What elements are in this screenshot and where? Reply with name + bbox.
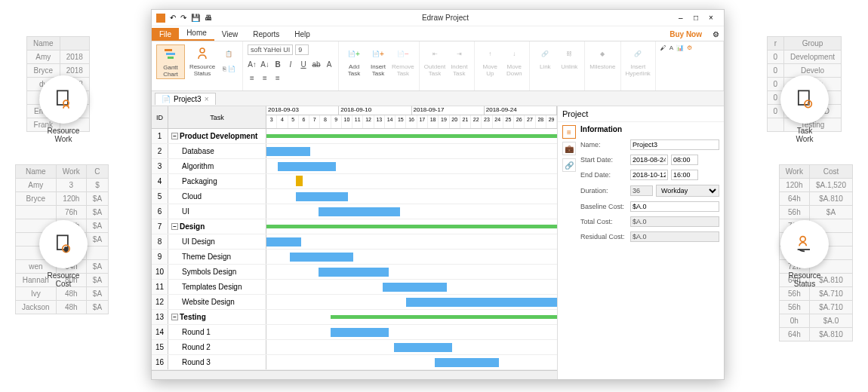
gantt-bar[interactable] xyxy=(331,315,557,319)
redo-icon[interactable]: ↷ xyxy=(180,14,186,23)
italic-button[interactable]: I xyxy=(286,60,295,69)
end-date-input[interactable] xyxy=(630,170,668,180)
task-row[interactable]: 15Round 2 xyxy=(152,340,557,355)
increase-font-button[interactable]: A↑ xyxy=(248,60,257,69)
font-color-icon[interactable]: A xyxy=(669,44,673,51)
bar-area[interactable] xyxy=(266,325,557,339)
menu-home[interactable]: Home xyxy=(179,26,214,41)
task-row[interactable]: 14Round 1 xyxy=(152,325,557,340)
task-name-cell[interactable]: Website Design xyxy=(168,295,266,309)
close-tab-icon[interactable]: × xyxy=(205,95,209,103)
task-name-cell[interactable]: Cloud xyxy=(168,189,266,204)
bar-area[interactable] xyxy=(266,280,557,294)
task-row[interactable]: 7−Design xyxy=(152,219,557,234)
column-header-task[interactable]: Task xyxy=(168,106,266,128)
gantt-bar[interactable] xyxy=(266,134,557,138)
gantt-body[interactable]: 1−Product Development2Database3Algorithm… xyxy=(152,129,557,370)
file-menu[interactable]: File xyxy=(152,28,179,41)
bar-area[interactable] xyxy=(266,129,557,143)
menu-help[interactable]: Help xyxy=(287,28,318,41)
task-row[interactable]: 2Database xyxy=(152,144,557,159)
task-row[interactable]: 10Symbols Design xyxy=(152,265,557,280)
duration-input[interactable] xyxy=(630,185,653,196)
link-button[interactable]: 🔗Link xyxy=(534,44,556,71)
gantt-bar[interactable] xyxy=(406,298,557,307)
buy-now-link[interactable]: Buy Now xyxy=(663,28,708,41)
paint-icon[interactable]: 🖌 xyxy=(660,44,666,51)
task-name-cell[interactable]: Round 1 xyxy=(168,325,266,339)
settings-icon[interactable]: ⚙ xyxy=(708,28,724,41)
link-tab-icon[interactable]: 🔗 xyxy=(562,158,576,172)
start-time-input[interactable] xyxy=(671,155,698,165)
bar-area[interactable] xyxy=(266,355,557,369)
hyperlink-button[interactable]: 🔗Insert Hyperlink xyxy=(626,44,651,78)
undo-icon[interactable]: ↶ xyxy=(170,14,176,23)
font-color-button[interactable]: A xyxy=(325,60,334,69)
indent-button[interactable]: ⇥Indent Task xyxy=(448,44,469,78)
briefcase-tab-icon[interactable]: 💼 xyxy=(562,142,576,155)
close-button[interactable]: × xyxy=(709,14,718,22)
menu-reports[interactable]: Reports xyxy=(245,28,287,41)
bar-area[interactable]: ◆ xyxy=(266,174,557,188)
milestone-button[interactable]: ◆Milestone xyxy=(589,44,615,71)
bar-area[interactable] xyxy=(266,144,557,158)
gantt-bar[interactable] xyxy=(278,162,336,171)
gantt-bar[interactable] xyxy=(435,358,499,367)
align-right-button[interactable]: ≡ xyxy=(273,74,282,82)
add-task-button[interactable]: 📄+Add Task xyxy=(343,44,365,78)
gantt-bar[interactable] xyxy=(319,268,388,277)
task-name-cell[interactable]: Theme Design xyxy=(168,250,266,264)
baseline-input[interactable] xyxy=(630,201,719,212)
column-header-id[interactable]: ID xyxy=(152,106,168,128)
gantt-bar[interactable]: ◆ xyxy=(296,176,303,186)
task-row[interactable]: 5Cloud xyxy=(152,189,557,204)
gantt-bar[interactable] xyxy=(290,253,354,262)
task-name-cell[interactable]: Database xyxy=(168,144,266,158)
underline-button[interactable]: U xyxy=(299,60,308,69)
maximize-button[interactable]: □ xyxy=(694,14,703,22)
name-input[interactable] xyxy=(630,139,719,150)
gantt-bar[interactable] xyxy=(266,225,557,228)
collapse-toggle[interactable]: − xyxy=(171,314,178,320)
gantt-bar[interactable] xyxy=(394,343,452,352)
font-size-select[interactable]: 9 xyxy=(295,44,309,55)
badge-resource-work[interactable]: Resource Work xyxy=(39,75,88,124)
document-tab[interactable]: 📄 Project3 × xyxy=(155,93,216,105)
bar-area[interactable] xyxy=(266,250,557,264)
task-row[interactable]: 4Packaging◆ xyxy=(152,174,557,189)
task-name-cell[interactable]: −Design xyxy=(168,219,266,234)
strike-button[interactable]: ab xyxy=(312,60,321,69)
task-row[interactable]: 12Website Design xyxy=(152,295,557,310)
copy-icon[interactable]: ⎘ xyxy=(223,66,226,72)
bar-area[interactable] xyxy=(266,310,557,324)
print-icon[interactable]: 🖶 xyxy=(205,14,212,23)
info-tab-icon[interactable]: ≡ xyxy=(562,125,576,139)
outdent-button[interactable]: ⇤Outdent Task xyxy=(424,44,445,78)
bar-area[interactable] xyxy=(266,159,557,173)
task-row[interactable]: 16Round 3 xyxy=(152,355,557,370)
task-row[interactable]: 13−Testing xyxy=(152,310,557,325)
menu-view[interactable]: View xyxy=(214,28,246,41)
task-name-cell[interactable]: −Product Development xyxy=(168,129,266,143)
insert-task-button[interactable]: 📄+Insert Task xyxy=(368,44,389,78)
remove-task-button[interactable]: 📄−Remove Task xyxy=(392,44,414,78)
clipboard-icon[interactable]: 📋 xyxy=(220,44,238,63)
collapse-toggle[interactable]: − xyxy=(171,223,178,230)
task-name-cell[interactable]: −Testing xyxy=(168,310,266,324)
font-name-select[interactable]: soft YaHei UI xyxy=(248,44,293,55)
move-down-button[interactable]: ↓Move Down xyxy=(503,44,525,78)
gantt-bar[interactable] xyxy=(266,147,310,156)
bar-area[interactable] xyxy=(266,189,557,204)
task-name-cell[interactable]: Packaging xyxy=(168,174,266,188)
task-name-cell[interactable]: Symbols Design xyxy=(168,265,266,279)
task-name-cell[interactable]: UI Design xyxy=(168,234,266,249)
gantt-bar[interactable] xyxy=(296,192,348,201)
task-row[interactable]: 8UI Design xyxy=(152,234,557,250)
move-up-button[interactable]: ↑Move Up xyxy=(479,44,500,78)
align-left-button[interactable]: ≡ xyxy=(248,74,257,82)
task-row[interactable]: 3Algorithm xyxy=(152,159,557,174)
total-input[interactable] xyxy=(630,216,719,227)
end-time-input[interactable] xyxy=(671,170,698,180)
task-name-cell[interactable]: Round 2 xyxy=(168,340,266,354)
bar-area[interactable] xyxy=(266,234,557,249)
